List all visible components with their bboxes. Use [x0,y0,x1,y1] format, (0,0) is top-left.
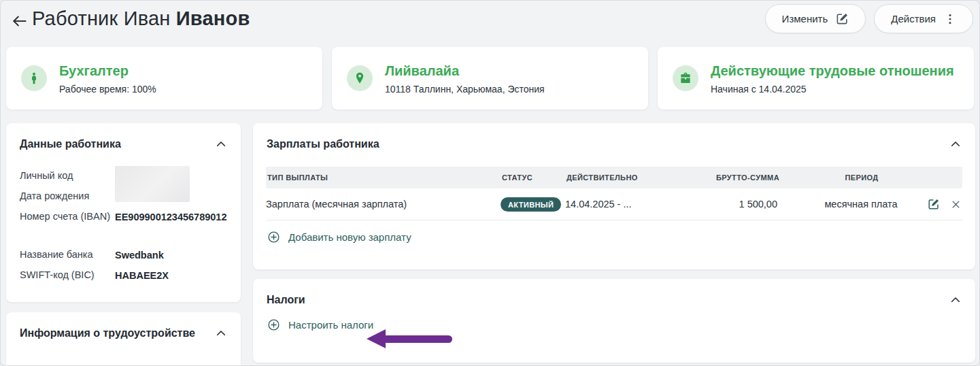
collapse-chevron-icon[interactable] [949,294,962,306]
field-value: Swedbank [115,247,164,263]
field-iban: Номер счета (IBAN) EE909900123456789012 [20,209,227,247]
left-column: Данные работника Личный код Дата рождени… [6,123,241,366]
configure-taxes-link[interactable]: Настроить налоги [267,318,373,331]
right-column: Зарплаты работника ТИП ВЫПЛАТЫ СТАТУС ДЕ… [253,123,975,363]
page-title-bold: Иванов [176,7,250,29]
plus-circle-icon [267,231,280,244]
employment-subtitle: Начиная с 14.04.2025 [711,84,954,95]
redacted-value-box [115,166,190,202]
page-title-regular: Работник Иван [32,7,171,29]
field-label: Номер счета (IBAN) [20,209,115,224]
edit-button-label: Изменить [782,13,828,24]
salaries-table: ТИП ВЫПЛАТЫ СТАТУС ДЕЙСТВИТЕЛЬНО БРУТТО-… [266,167,962,220]
annotation-arrow-icon [367,329,455,349]
field-value: HABAEE2X [115,267,169,283]
taxes-panel: Налоги Настроить налоги [253,279,975,363]
column-header-type: ТИП ВЫПЛАТЫ [266,173,501,182]
salaries-panel: Зарплаты работника ТИП ВЫПЛАТЫ СТАТУС ДЕ… [253,123,975,269]
field-swift-code: SWIFT-код (BIC) HABAEE2X [20,267,227,288]
taxes-title: Налоги [267,294,305,306]
summary-card-text: Действующие трудовые отношения Начиная с… [711,63,954,95]
person-icon [21,65,47,91]
collapse-chevron-icon[interactable] [215,327,227,339]
salaries-table-header: ТИП ВЫПЛАТЫ СТАТУС ДЕЙСТВИТЕЛЬНО БРУТТО-… [266,167,962,188]
field-bank-name: Название банка Swedbank [20,247,227,267]
plus-circle-icon [267,318,280,331]
salary-table-row: Зарплата (месячная зарплата) АКТИВНЫЙ 14… [266,188,962,220]
field-value: EE909900123456789012 [115,209,227,224]
field-label: Личный код [20,168,115,183]
collapse-chevron-icon[interactable] [949,138,962,150]
employment-title: Действующие трудовые отношения [711,63,954,79]
column-header-gross: БРУТТО-СУММА [698,173,796,182]
column-header-valid: ДЕЙСТВИТЕЛЬНО [565,173,698,182]
summary-card-text: Бухгалтер Рабочее время: 100% [59,63,156,95]
employment-info-header: Информация о трудоустройстве [6,312,241,339]
briefcase-icon [673,65,698,91]
configure-taxes-label: Настроить налоги [288,319,373,331]
summary-card-position: Бухгалтер Рабочее время: 100% [6,47,322,110]
salary-status-cell: АКТИВНЫЙ [501,197,565,212]
back-button[interactable] [10,12,29,31]
field-label: Дата рождения [20,188,115,203]
summary-card-address: Лийвалайа 10118 Таллинн, Харьюмаа, Эстон… [332,47,648,110]
salary-type: Зарплата (месячная зарплата) [266,199,501,210]
add-salary-label: Добавить новую зарплату [288,231,411,243]
position-subtitle: Рабочее время: 100% [59,84,156,95]
field-label: Название банка [20,247,115,262]
employee-data-header: Данные работника [6,123,241,150]
actions-button[interactable]: Действия [874,4,973,33]
employment-info-panel: Информация о трудоустройстве [6,312,241,366]
employment-info-title: Информация о трудоустройстве [20,327,195,339]
column-header-period: ПЕРИОД [796,173,926,182]
position-title: Бухгалтер [59,63,156,79]
employee-page: Работник Иван Иванов Изменить Действия [0,0,980,366]
page-title: Работник Иван Иванов [32,7,250,30]
collapse-chevron-icon[interactable] [215,138,227,150]
edit-icon [836,12,849,25]
location-icon [347,65,373,91]
salary-gross-amount: 1 500,00 [698,199,796,210]
salary-period: месячная плата [796,199,926,210]
summary-cards-row: Бухгалтер Рабочее время: 100% Лийвалайа … [6,47,974,110]
taxes-header: Налоги [253,279,975,306]
field-label: SWIFT-код (BIC) [20,267,115,282]
employee-data-title: Данные работника [20,138,121,150]
edit-button[interactable]: Изменить [765,4,866,33]
employee-fields: Личный код Дата рождения Номер счета (IB… [20,168,227,288]
actions-button-label: Действия [891,13,936,24]
column-header-status: СТАТУС [501,173,565,182]
salaries-header: Зарплаты работника [253,123,975,150]
kebab-menu-icon [944,13,956,25]
back-arrow-icon [11,12,29,30]
employee-data-panel: Данные работника Личный код Дата рождени… [6,123,241,302]
address-subtitle: 10118 Таллинн, Харьюмаа, Эстония [385,84,545,95]
status-badge: АКТИВНЫЙ [501,197,561,212]
salary-row-actions [926,198,962,210]
edit-salary-icon[interactable] [928,198,940,210]
summary-card-employment: Действующие трудовые отношения Начиная с… [658,47,974,110]
delete-salary-icon[interactable] [951,199,961,210]
topbar-actions: Изменить Действия [765,4,973,33]
salary-valid-range: 14.04.2025 - ... [565,199,698,210]
salaries-title: Зарплаты работника [267,138,379,150]
summary-card-text: Лийвалайа 10118 Таллинн, Харьюмаа, Эстон… [385,63,545,95]
address-title: Лийвалайа [385,63,545,79]
add-salary-link[interactable]: Добавить новую зарплату [267,231,411,244]
topbar: Работник Иван Иванов Изменить Действия [1,1,979,43]
